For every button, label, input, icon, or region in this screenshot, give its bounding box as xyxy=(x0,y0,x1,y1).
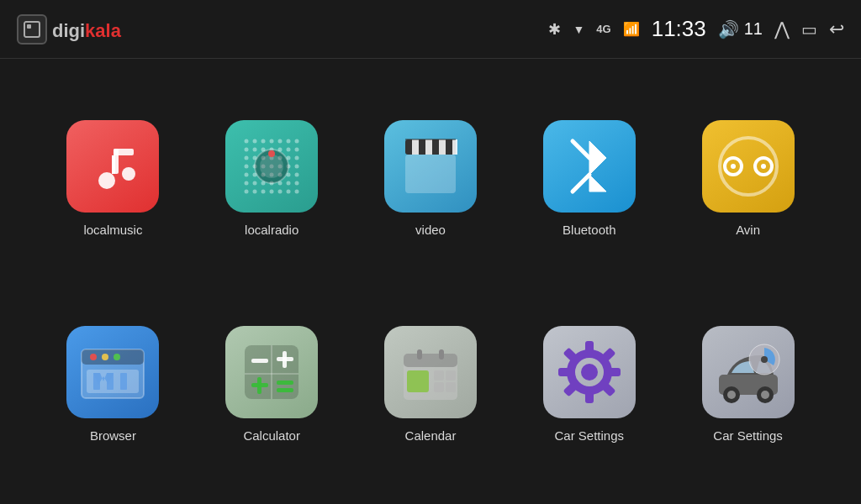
svg-rect-90 xyxy=(277,388,293,392)
chevron-icon: ⋀ xyxy=(774,18,790,40)
svg-rect-101 xyxy=(439,349,444,360)
bluetooth-status-icon: ✱ xyxy=(548,20,561,39)
app-label-bluetooth: Bluetooth xyxy=(563,223,615,237)
svg-point-7 xyxy=(245,139,249,144)
svg-point-70 xyxy=(731,164,736,169)
app-icon-calculator xyxy=(225,326,318,418)
svg-rect-96 xyxy=(434,370,444,381)
svg-point-13 xyxy=(295,139,299,144)
svg-point-8 xyxy=(253,139,257,144)
svg-point-47 xyxy=(287,181,291,186)
svg-point-34 xyxy=(295,165,299,169)
app-carsettings2[interactable]: Car Settings xyxy=(668,281,827,487)
svg-point-12 xyxy=(287,139,291,144)
svg-rect-88 xyxy=(257,377,261,394)
app-localmusic[interactable]: localmusic xyxy=(34,76,193,281)
svg-rect-99 xyxy=(446,382,456,392)
app-localradio[interactable]: localradio xyxy=(193,76,351,281)
svg-rect-63 xyxy=(452,139,457,155)
screen-icon: ▭ xyxy=(801,19,817,39)
svg-rect-60 xyxy=(412,139,419,155)
svg-rect-62 xyxy=(439,139,446,155)
svg-line-67 xyxy=(573,175,589,192)
svg-rect-94 xyxy=(404,354,457,367)
app-label-localmusic: localmusic xyxy=(83,223,142,237)
svg-point-10 xyxy=(270,139,274,144)
svg-rect-0 xyxy=(24,22,40,37)
svg-point-55 xyxy=(295,190,299,194)
svg-line-66 xyxy=(573,141,589,158)
app-carsettings1[interactable]: Car Settings xyxy=(510,281,668,487)
app-avin[interactable]: Avin xyxy=(668,76,827,281)
svg-rect-86 xyxy=(283,351,287,368)
svg-point-76 xyxy=(102,354,108,360)
app-icon-avin xyxy=(702,120,795,213)
svg-point-9 xyxy=(261,139,266,144)
svg-point-54 xyxy=(287,190,291,194)
4g-icon: 4G xyxy=(596,23,610,35)
svg-point-116 xyxy=(761,391,769,399)
svg-point-20 xyxy=(295,148,299,152)
svg-rect-5 xyxy=(114,149,134,155)
app-label-calendar: Calendar xyxy=(405,428,457,443)
app-label-avin: Avin xyxy=(736,223,760,237)
app-browser[interactable]: Browser xyxy=(34,281,193,487)
svg-point-41 xyxy=(295,173,299,177)
app-label-carsettings1: Car Settings xyxy=(555,428,625,443)
app-icon-localradio xyxy=(225,120,318,213)
app-label-video: video xyxy=(415,223,446,237)
signal-icon: 📶 xyxy=(623,21,640,37)
app-icon-localmusic xyxy=(66,120,159,213)
app-label-browser: Browser xyxy=(90,428,136,443)
app-calendar[interactable]: Calendar xyxy=(351,281,510,487)
svg-point-118 xyxy=(761,356,768,363)
app-label-calculator: Calculator xyxy=(243,428,300,443)
svg-point-103 xyxy=(581,364,598,381)
app-calculator[interactable]: Calculator xyxy=(193,281,351,487)
svg-point-15 xyxy=(253,148,257,152)
svg-rect-89 xyxy=(277,381,293,385)
app-label-localradio: localradio xyxy=(245,223,298,237)
logo-text: digikala xyxy=(52,16,121,43)
svg-point-14 xyxy=(245,148,249,152)
svg-point-75 xyxy=(90,354,97,360)
back-icon: ↩ xyxy=(829,18,844,40)
volume-icon: 🔊 xyxy=(718,19,739,39)
svg-point-50 xyxy=(253,190,257,194)
svg-rect-106 xyxy=(558,368,570,376)
svg-point-3 xyxy=(122,167,135,181)
app-video[interactable]: video xyxy=(351,76,510,281)
logo-icon xyxy=(17,14,47,45)
app-grid: localmusic xyxy=(0,59,861,504)
svg-rect-100 xyxy=(417,349,422,360)
svg-point-52 xyxy=(270,190,274,194)
wifi-icon: ▼ xyxy=(573,23,584,36)
svg-rect-81 xyxy=(120,373,127,390)
svg-point-42 xyxy=(245,181,249,186)
svg-point-58 xyxy=(268,150,275,157)
svg-point-28 xyxy=(245,165,249,169)
svg-point-19 xyxy=(287,148,291,152)
svg-rect-98 xyxy=(434,382,444,392)
svg-point-11 xyxy=(278,139,283,144)
app-bluetooth[interactable]: Bluetooth xyxy=(510,76,668,281)
svg-rect-97 xyxy=(446,370,456,381)
app-icon-calendar xyxy=(384,326,477,418)
svg-rect-95 xyxy=(407,370,429,392)
app-icon-carsettings2 xyxy=(702,326,795,418)
app-icon-video xyxy=(384,120,477,213)
svg-rect-107 xyxy=(609,368,621,376)
svg-rect-84 xyxy=(251,359,268,363)
volume-group: 🔊 11 xyxy=(718,19,763,39)
svg-rect-64 xyxy=(405,155,456,193)
status-bar: digikala ✱ ▼ 4G 📶 11:33 🔊 11 ⋀ ▭ ↩ xyxy=(0,0,861,59)
logo: digikala xyxy=(17,14,121,45)
svg-point-21 xyxy=(245,156,249,160)
time-display: 11:33 xyxy=(652,16,706,42)
app-label-carsettings2: Car Settings xyxy=(713,428,783,443)
svg-point-35 xyxy=(245,173,249,177)
app-icon-browser xyxy=(66,326,159,418)
svg-point-72 xyxy=(761,164,766,169)
svg-point-48 xyxy=(295,181,299,186)
svg-rect-105 xyxy=(585,391,594,403)
